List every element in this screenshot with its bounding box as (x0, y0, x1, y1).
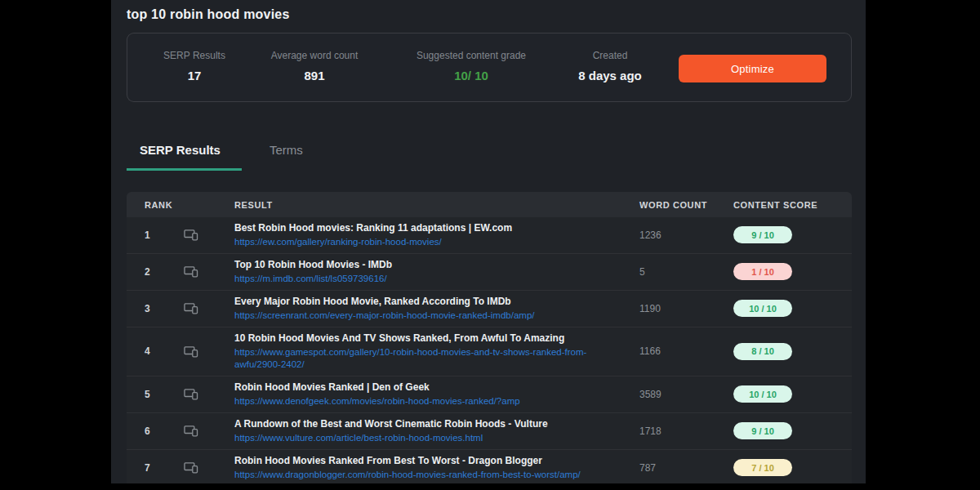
content-score-badge: 10 / 10 (733, 300, 792, 317)
content-score-badge: 1 / 10 (733, 263, 792, 280)
result-url-link[interactable]: https://m.imdb.com/list/ls059739616/ (234, 273, 628, 285)
result-url-link[interactable]: https://screenrant.com/every-major-robin… (234, 310, 628, 322)
result-title: Robin Hood Movies Ranked | Den of Geek (234, 381, 628, 394)
content-score-cell: 8 / 10 (733, 343, 834, 360)
table-row[interactable]: 3 Every Major Robin Hood Movie, Ranked A… (127, 290, 852, 327)
result-title: 10 Robin Hood Movies And TV Shows Ranked… (234, 332, 628, 345)
word-count-cell: 1190 (639, 303, 733, 314)
content-score-badge: 8 / 10 (733, 343, 792, 360)
devices-icon (184, 229, 234, 241)
devices-icon (184, 265, 234, 278)
stat-label: Average word count (253, 50, 376, 61)
result-title: Top 10 Robin Hood Movies - IMDb (234, 259, 628, 271)
serp-results-table: RANK RESULT WORD COUNT CONTENT SCORE 1 B… (127, 192, 852, 483)
summary-card: SERP Results 17 Average word count 891 S… (127, 33, 852, 102)
stat-label: SERP Results (149, 50, 240, 61)
stat-created: Created 8 days ago (565, 33, 655, 82)
result-url-link[interactable]: https://www.dragonblogger.com/robin-hood… (234, 469, 628, 481)
tab-bar: SERP Results Terms (127, 143, 866, 171)
content-score-cell: 9 / 10 (733, 226, 834, 243)
table-body: 1 Best Robin Hood movies: Ranking 11 ada… (127, 217, 852, 483)
column-header-word-count: WORD COUNT (639, 200, 733, 210)
word-count-cell: 3589 (639, 389, 733, 400)
result-cell: A Rundown of the Best and Worst Cinemati… (234, 418, 639, 444)
word-count-cell: 1718 (639, 425, 733, 437)
stat-content-grade: Suggested content grade 10/ 10 (398, 33, 545, 82)
column-header-rank: RANK (145, 200, 184, 210)
page-title: top 10 robin hood movies (111, 0, 866, 22)
content-score-cell: 1 / 10 (733, 263, 834, 280)
result-cell: Robin Hood Movies Ranked | Den of Geek h… (234, 381, 639, 408)
result-cell: Robin Hood Movies Ranked From Best To Wo… (234, 455, 639, 481)
result-url-link[interactable]: https://ew.com/gallery/ranking-robin-hoo… (234, 236, 628, 248)
content-score-cell: 10 / 10 (733, 300, 834, 317)
stat-value: 17 (149, 69, 240, 82)
column-header-result: RESULT (234, 200, 639, 210)
stat-value: 891 (253, 69, 376, 82)
table-header: RANK RESULT WORD COUNT CONTENT SCORE (127, 192, 852, 217)
word-count-cell: 1166 (639, 345, 733, 357)
app-window: top 10 robin hood movies SERP Results 17… (111, 0, 866, 483)
devices-icon (184, 425, 234, 437)
result-title: Best Robin Hood movies: Ranking 11 adapt… (234, 222, 628, 234)
rank-cell: 4 (145, 345, 184, 357)
table-row[interactable]: 5 Robin Hood Movies Ranked | Den of Geek… (127, 376, 852, 412)
rank-cell: 3 (145, 303, 184, 314)
devices-icon (184, 345, 234, 358)
word-count-cell: 5 (639, 266, 733, 278)
result-url-link[interactable]: https://www.gamespot.com/gallery/10-robi… (234, 346, 628, 371)
optimize-button[interactable]: Optimize (679, 55, 826, 82)
word-count-cell: 1236 (639, 229, 733, 241)
result-cell: Best Robin Hood movies: Ranking 11 adapt… (234, 222, 639, 248)
result-title: Robin Hood Movies Ranked From Best To Wo… (234, 455, 628, 467)
rank-cell: 2 (145, 266, 184, 278)
content-score-cell: 9 / 10 (733, 422, 834, 439)
rank-cell: 6 (145, 425, 184, 437)
result-url-link[interactable]: https://www.denofgeek.com/movies/robin-h… (234, 395, 628, 408)
stat-value: 8 days ago (565, 69, 655, 82)
word-count-cell: 787 (639, 462, 733, 474)
tab-terms[interactable]: Terms (256, 143, 319, 171)
table-row[interactable]: 4 10 Robin Hood Movies And TV Shows Rank… (127, 327, 852, 376)
result-cell: 10 Robin Hood Movies And TV Shows Ranked… (234, 332, 639, 371)
rank-cell: 7 (145, 462, 184, 474)
column-header-content-score: CONTENT SCORE (733, 200, 834, 210)
content-score-badge: 9 / 10 (733, 422, 792, 439)
devices-icon (184, 461, 234, 474)
result-cell: Every Major Robin Hood Movie, Ranked Acc… (234, 296, 639, 322)
devices-icon (184, 302, 234, 314)
stat-label: Suggested content grade (398, 50, 545, 61)
content-score-badge: 10 / 10 (733, 385, 792, 403)
result-title: A Rundown of the Best and Worst Cinemati… (234, 418, 628, 430)
stat-value-grade: 10/ 10 (398, 69, 545, 82)
table-row[interactable]: 7 Robin Hood Movies Ranked From Best To … (127, 449, 852, 483)
devices-icon (184, 388, 234, 400)
content-score-badge: 7 / 10 (733, 459, 792, 476)
table-row[interactable]: 6 A Rundown of the Best and Worst Cinema… (127, 412, 852, 449)
rank-cell: 5 (145, 389, 184, 400)
content-score-cell: 10 / 10 (733, 385, 834, 403)
rank-cell: 1 (145, 229, 184, 241)
tab-serp-results[interactable]: SERP Results (127, 143, 242, 171)
stat-serp-results: SERP Results 17 (149, 33, 240, 82)
stat-average-word-count: Average word count 891 (253, 33, 376, 82)
result-title: Every Major Robin Hood Movie, Ranked Acc… (234, 296, 628, 308)
stat-label: Created (565, 50, 655, 61)
result-url-link[interactable]: https://www.vulture.com/article/best-rob… (234, 432, 628, 444)
content-score-cell: 7 / 10 (733, 459, 834, 476)
result-cell: Top 10 Robin Hood Movies - IMDb https://… (234, 259, 639, 285)
table-row[interactable]: 1 Best Robin Hood movies: Ranking 11 ada… (127, 217, 852, 253)
content-score-badge: 9 / 10 (733, 226, 792, 243)
table-row[interactable]: 2 Top 10 Robin Hood Movies - IMDb https:… (127, 253, 852, 290)
